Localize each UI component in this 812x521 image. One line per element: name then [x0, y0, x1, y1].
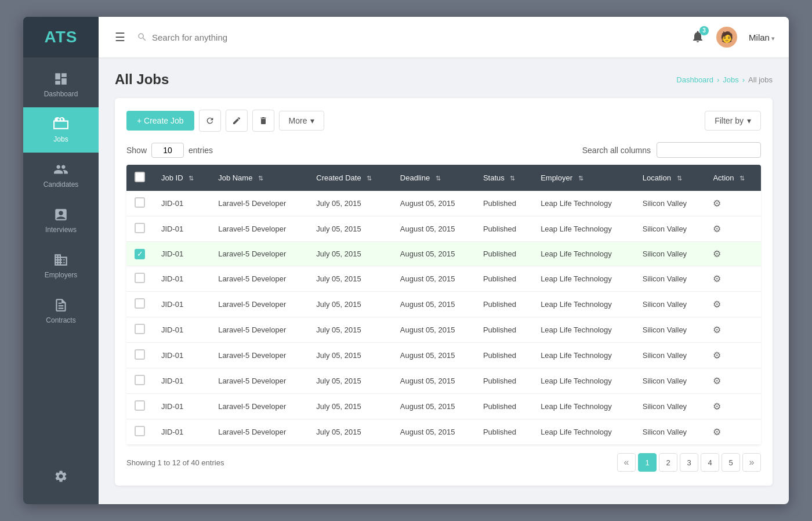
row-employer: Leap Life Technology — [532, 216, 635, 242]
sidebar-item-label: Candidates — [44, 180, 79, 189]
row-action-button[interactable]: ⚙ — [713, 223, 721, 234]
page-3-button[interactable]: 3 — [680, 453, 698, 472]
user-name[interactable]: Milan — [749, 32, 775, 42]
col-action[interactable]: Action ⇅ — [705, 165, 761, 191]
row-employer: Leap Life Technology — [532, 191, 635, 216]
entries-input[interactable] — [151, 143, 184, 158]
row-checkbox[interactable] — [135, 223, 145, 233]
col-deadline[interactable]: Deadline ⇅ — [392, 165, 475, 191]
refresh-button[interactable] — [199, 110, 221, 132]
sidebar-item-interviews[interactable]: Interviews — [23, 198, 99, 243]
row-job-name: Laravel-5 Developer — [210, 343, 308, 368]
sidebar-item-dashboard[interactable]: Dashboard — [23, 62, 99, 107]
row-action-button[interactable]: ⚙ — [713, 273, 721, 284]
row-created-date: July 05, 2015 — [308, 266, 392, 292]
row-checkbox[interactable] — [135, 375, 145, 385]
row-action: ⚙ — [705, 394, 761, 419]
search-icon — [137, 32, 147, 42]
row-deadline: August 05, 2015 — [392, 394, 475, 419]
row-action-button[interactable]: ⚙ — [713, 299, 721, 310]
row-action-button[interactable]: ⚙ — [713, 324, 721, 335]
row-checkbox[interactable] — [135, 400, 145, 411]
col-job-id[interactable]: Job ID ⇅ — [153, 165, 210, 191]
page-2-button[interactable]: 2 — [659, 453, 677, 472]
table-row: JID-01 Laravel-5 Developer July 05, 2015… — [126, 317, 761, 343]
col-created-date[interactable]: Created Date ⇅ — [308, 165, 392, 191]
sidebar-item-jobs[interactable]: Jobs — [23, 107, 99, 153]
filter-chevron-icon: ▾ — [747, 116, 751, 125]
edit-icon — [232, 116, 241, 125]
row-job-id: JID-01 — [153, 242, 210, 266]
row-action-button[interactable]: ⚙ — [713, 248, 721, 259]
breadcrumb: Dashboard › Jobs › All jobs — [676, 75, 773, 84]
col-checkbox[interactable] — [126, 165, 153, 191]
col-status[interactable]: Status ⇅ — [475, 165, 532, 191]
col-location[interactable]: Location ⇅ — [635, 165, 705, 191]
row-created-date: July 05, 2015 — [308, 191, 392, 216]
row-action: ⚙ — [705, 317, 761, 343]
table-row: ✓ JID-01 Laravel-5 Developer July 05, 20… — [126, 242, 761, 266]
sidebar-item-contracts[interactable]: Contracts — [23, 288, 99, 334]
row-employer: Leap Life Technology — [532, 242, 635, 266]
breadcrumb-jobs[interactable]: Jobs — [723, 75, 738, 84]
row-checkbox[interactable] — [135, 273, 145, 283]
row-checkbox[interactable] — [135, 197, 145, 208]
row-deadline: August 05, 2015 — [392, 292, 475, 317]
candidates-icon — [53, 162, 68, 177]
row-action-button[interactable]: ⚙ — [713, 401, 721, 412]
sidebar-item-employers[interactable]: Employers — [23, 243, 99, 288]
row-job-name: Laravel-5 Developer — [210, 292, 308, 317]
table-row: JID-01 Laravel-5 Developer July 05, 2015… — [126, 368, 761, 394]
page-4-button[interactable]: 4 — [701, 453, 719, 472]
row-job-name: Laravel-5 Developer — [210, 419, 308, 445]
trash-icon — [259, 116, 268, 125]
col-employer[interactable]: Employer ⇅ — [532, 165, 635, 191]
avatar[interactable]: 🧑 — [716, 27, 737, 48]
page-5-button[interactable]: 5 — [722, 453, 740, 472]
more-button[interactable]: More ▾ — [279, 111, 325, 131]
row-checkbox-cell — [126, 191, 153, 216]
row-action-button[interactable]: ⚙ — [713, 350, 721, 361]
sidebar-item-candidates[interactable]: Candidates — [23, 153, 99, 198]
row-action-button[interactable]: ⚙ — [713, 426, 721, 437]
sort-icon: ⇅ — [188, 175, 194, 182]
create-job-button[interactable]: + Create Job — [126, 111, 194, 131]
sidebar-item-settings[interactable] — [23, 460, 99, 493]
more-label: More — [289, 116, 307, 125]
notification-button[interactable]: 3 — [691, 30, 705, 45]
next-page-button[interactable]: » — [742, 453, 761, 472]
edit-button[interactable] — [226, 110, 248, 132]
chevron-down-icon: ▾ — [310, 116, 314, 125]
row-checkbox[interactable] — [135, 349, 145, 360]
row-checkbox[interactable]: ✓ — [135, 249, 145, 259]
row-action-button[interactable]: ⚙ — [713, 198, 721, 209]
delete-button[interactable] — [252, 110, 274, 132]
filter-button[interactable]: Filter by ▾ — [705, 111, 761, 131]
row-employer: Leap Life Technology — [532, 419, 635, 445]
refresh-icon — [205, 116, 215, 125]
row-checkbox-cell — [126, 317, 153, 343]
app-logo: ATS — [23, 17, 99, 57]
row-created-date: July 05, 2015 — [308, 343, 392, 368]
row-employer: Leap Life Technology — [532, 266, 635, 292]
header-search-input[interactable] — [152, 32, 326, 42]
row-employer: Leap Life Technology — [532, 343, 635, 368]
page-1-button[interactable]: 1 — [638, 453, 657, 472]
sidebar: ATS Dashboard Jobs Candid — [23, 17, 99, 504]
search-columns-input[interactable] — [657, 142, 761, 158]
row-checkbox[interactable] — [135, 298, 145, 309]
row-checkbox[interactable] — [135, 426, 145, 436]
prev-page-button[interactable]: « — [617, 453, 636, 472]
row-status: Published — [475, 317, 532, 343]
table-controls: Show entries Search all columns — [126, 142, 761, 158]
row-checkbox-cell: ✓ — [126, 242, 153, 266]
interviews-icon — [53, 207, 68, 222]
hamburger-button[interactable]: ☰ — [113, 28, 128, 46]
row-checkbox[interactable] — [135, 324, 145, 334]
breadcrumb-dashboard[interactable]: Dashboard — [676, 75, 713, 84]
row-location: Silicon Valley — [635, 292, 705, 317]
select-all-checkbox[interactable] — [135, 172, 145, 182]
row-status: Published — [475, 419, 532, 445]
col-job-name[interactable]: Job Name ⇅ — [210, 165, 308, 191]
row-action-button[interactable]: ⚙ — [713, 375, 721, 386]
